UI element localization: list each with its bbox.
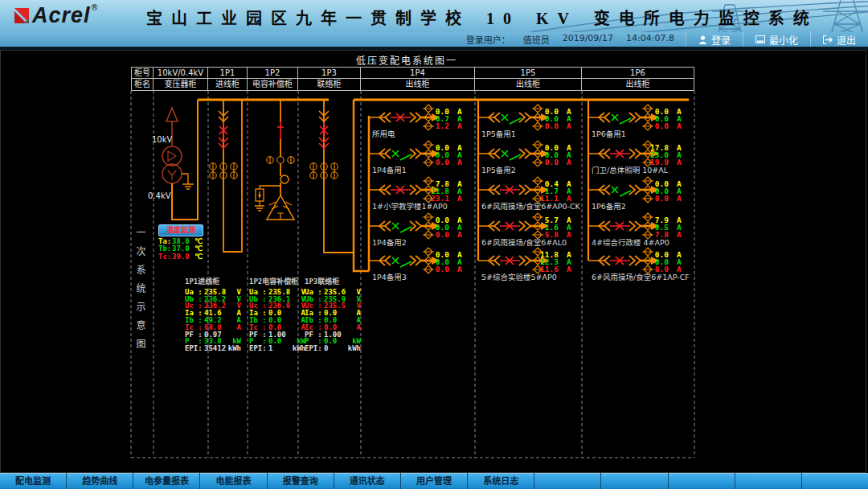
feeder-current-unit: A — [677, 230, 682, 239]
feeder-breaker[interactable] — [612, 114, 631, 124]
toolbar: 登录用户： 值班员 2019/09/17 14:04:07.8 登录 最小化 退… — [0, 32, 868, 47]
ct-symbol — [423, 105, 434, 113]
feeder-current-unit: A — [567, 121, 571, 130]
feeder-breaker[interactable] — [391, 186, 411, 194]
feeder-1P6-5: 0.0A0.0A0.0A6#风雨操场/食堂6#1AP-CF — [588, 248, 690, 281]
ct-symbol — [642, 122, 653, 130]
feeder-1P5-2: 0.0A0.0A0.0A1P5备用2 — [478, 141, 571, 175]
user-icon — [698, 35, 707, 44]
nav-button-empty[interactable] — [735, 473, 801, 489]
feeder-breaker[interactable] — [612, 187, 631, 196]
feeder-1P5-5: 11.8A12.3A11.6A5#综合实验楼5#AP0 — [478, 248, 571, 281]
feeder-breaker[interactable] — [500, 222, 520, 230]
disconnector-right — [519, 185, 530, 195]
feeder-1P4-1: 0.0A0.7A1.2A所用电 — [369, 105, 462, 138]
nav-button-5[interactable]: 报警查询 — [268, 473, 334, 489]
feeder-breaker[interactable] — [610, 257, 630, 265]
login-button[interactable]: 登录 — [686, 32, 743, 47]
hv-label: 10kV — [152, 135, 173, 144]
feeder-current-value: 0.0 — [545, 158, 559, 166]
feeder-current-unit: A — [677, 194, 682, 203]
nav-button-8[interactable]: 系统日志 — [468, 473, 534, 489]
nav-button-4[interactable]: 电能报表 — [200, 473, 266, 489]
nav-button-6[interactable]: 通讯状态 — [334, 473, 400, 489]
feeder-breaker[interactable] — [392, 223, 411, 232]
feeder-label: 1#小学教学楼1#AP0 — [372, 202, 448, 211]
feeder-breaker[interactable] — [610, 150, 630, 158]
feeder-breaker[interactable] — [391, 113, 411, 121]
feeder-current-value: 0.0 — [436, 158, 449, 166]
panel-row-label: EPI: — [249, 345, 268, 352]
feeder-label: 6#风雨操场/食堂6#AL0 — [481, 238, 567, 247]
nav-button-empty[interactable] — [669, 473, 735, 489]
ct-symbol — [423, 177, 434, 185]
minimize-button[interactable]: 最小化 — [743, 32, 810, 47]
disconnector-right — [410, 185, 421, 195]
feeder-label: 1P5备用2 — [481, 166, 516, 175]
temperature-unit: ℃ — [194, 253, 203, 261]
feeder-label: 1P4备用2 — [372, 238, 407, 247]
panel-title: 1P2电容补偿柜 — [249, 278, 305, 286]
nav-button-3[interactable]: 电参量报表 — [133, 473, 199, 489]
table-cell: 1P1 — [208, 67, 248, 79]
nav-button-2[interactable]: 趋势曲线 — [67, 473, 133, 489]
feeder-breaker[interactable] — [500, 186, 520, 194]
panel-row: EPI:35412kWh — [185, 345, 241, 352]
feeder-label: 6#风雨操场/食堂6#AP0-CK — [481, 202, 581, 211]
one-line-diagram: 10kV 0.4kV — [1, 51, 867, 472]
login-info: 登录用户： 值班员 2019/09/17 14:04:07.8 — [466, 33, 674, 46]
panel-row-unit: A — [357, 324, 361, 331]
ct-symbol — [423, 141, 434, 149]
minimize-icon — [755, 35, 765, 43]
temperature-label: Tc: — [158, 253, 172, 261]
nav-button-1[interactable]: 配电监测 — [0, 473, 66, 489]
exit-button-label: 退出 — [837, 33, 856, 47]
ct-1P2 — [267, 156, 294, 164]
exit-icon — [823, 35, 833, 44]
transformer — [162, 108, 182, 183]
ct-symbol — [532, 105, 543, 113]
feeder-label: 所用电 — [372, 129, 395, 138]
nav-button-empty[interactable] — [802, 473, 868, 489]
nav-button-empty[interactable] — [534, 473, 600, 489]
disconnector-right — [410, 149, 421, 158]
panel-row-unit: kWh — [228, 345, 241, 352]
feeder-breaker[interactable] — [502, 114, 521, 124]
feeder-label: 1P5备用1 — [481, 129, 516, 138]
login-user-label: 登录用户： — [466, 33, 510, 46]
diagram-title: 低压变配电系统图一 — [290, 53, 523, 67]
ct-symbol — [642, 213, 653, 221]
feeder-breaker[interactable] — [392, 150, 411, 160]
feeder-label: 1P4备用1 — [372, 166, 407, 175]
temperature-value: 39.0 — [172, 253, 194, 261]
ct-symbol — [642, 105, 653, 113]
ct-symbol — [532, 141, 543, 149]
bottom-nav-bar: 配电监测趋势曲线电参量报表电能报表报警查询通讯状态用户管理系统日志 — [0, 473, 868, 489]
lv-label: 0.4kV — [148, 191, 171, 200]
diagram-side-label: 一次系统示意图 — [133, 228, 147, 357]
feeder-breaker[interactable] — [502, 150, 521, 160]
nav-button-7[interactable]: 用户管理 — [401, 473, 467, 489]
capacitor-breaker-1P2[interactable] — [277, 121, 284, 139]
feeder-current-value: 0.0 — [655, 121, 669, 130]
feeder-1P6-3: 0.0A0.0A0.0A1P6备用2 — [588, 177, 682, 211]
feeder-breaker[interactable] — [610, 222, 630, 230]
nav-button-empty[interactable] — [601, 473, 667, 489]
table-cell: 联络柜 — [298, 79, 361, 91]
exit-button[interactable]: 退出 — [810, 32, 868, 47]
disconnector-right — [519, 221, 530, 231]
ct-symbol — [423, 158, 434, 166]
feeder-breaker[interactable] — [392, 257, 411, 267]
disconnector-right — [629, 185, 641, 195]
feeder-current-unit: A — [567, 158, 571, 166]
panel-row-unit: kWh — [348, 345, 361, 352]
temperature-monitor-button[interactable]: 温度监测 — [158, 224, 203, 236]
table-cell: 1P6 — [582, 67, 694, 79]
current-date: 2019/09/17 — [563, 33, 613, 46]
panel-row-unit: kWh — [293, 345, 305, 352]
feeder-breaker[interactable] — [500, 257, 520, 265]
login-button-label: 登录 — [711, 33, 731, 47]
disconnector-right — [519, 149, 530, 158]
minimize-button-label: 最小化 — [769, 33, 798, 47]
table-cell: 出线柜 — [475, 79, 582, 91]
